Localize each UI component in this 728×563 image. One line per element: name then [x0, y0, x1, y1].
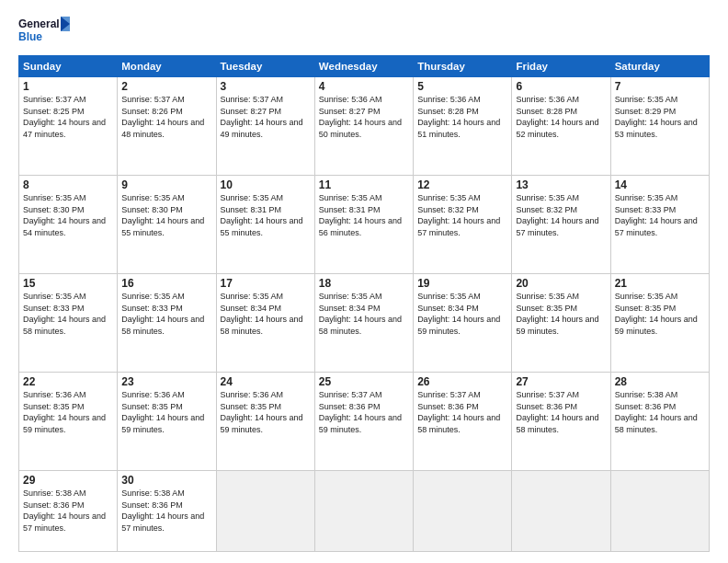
day-info: Sunrise: 5:35 AMSunset: 8:30 PMDaylight:… — [121, 192, 211, 238]
day-number: 1 — [23, 80, 113, 93]
day-cell — [216, 470, 314, 551]
day-info: Sunrise: 5:36 AMSunset: 8:35 PMDaylight:… — [121, 389, 211, 435]
day-cell: 8 Sunrise: 5:35 AMSunset: 8:30 PMDayligh… — [19, 175, 118, 273]
calendar-table: SundayMondayTuesdayWednesdayThursdayFrid… — [18, 55, 710, 552]
day-info: Sunrise: 5:36 AMSunset: 8:28 PMDaylight:… — [516, 94, 606, 140]
day-cell: 23 Sunrise: 5:36 AMSunset: 8:35 PMDaylig… — [118, 372, 216, 470]
day-info: Sunrise: 5:35 AMSunset: 8:33 PMDaylight:… — [121, 291, 211, 337]
day-cell: 14 Sunrise: 5:35 AMSunset: 8:33 PMDaylig… — [610, 175, 709, 273]
day-cell: 12 Sunrise: 5:35 AMSunset: 8:32 PMDaylig… — [414, 175, 512, 273]
day-cell: 2 Sunrise: 5:37 AMSunset: 8:26 PMDayligh… — [118, 77, 216, 176]
day-cell — [314, 470, 413, 551]
day-info: Sunrise: 5:35 AMSunset: 8:33 PMDaylight:… — [615, 192, 705, 238]
day-number: 9 — [121, 178, 211, 191]
day-number: 3 — [221, 80, 311, 93]
day-cell: 15 Sunrise: 5:35 AMSunset: 8:33 PMDaylig… — [19, 273, 118, 372]
header-row: SundayMondayTuesdayWednesdayThursdayFrid… — [19, 56, 710, 77]
day-info: Sunrise: 5:35 AMSunset: 8:33 PMDaylight:… — [23, 291, 113, 337]
day-number: 14 — [615, 178, 705, 191]
day-info: Sunrise: 5:36 AMSunset: 8:28 PMDaylight:… — [417, 94, 507, 140]
day-number: 6 — [516, 80, 606, 93]
header-cell-sunday: Sunday — [19, 56, 118, 77]
day-cell: 11 Sunrise: 5:35 AMSunset: 8:31 PMDaylig… — [314, 175, 413, 273]
header-cell-monday: Monday — [118, 56, 216, 77]
day-number: 18 — [319, 277, 409, 290]
day-number: 22 — [23, 375, 113, 388]
week-row-3: 15 Sunrise: 5:35 AMSunset: 8:33 PMDaylig… — [19, 273, 710, 372]
header-cell-friday: Friday — [512, 56, 610, 77]
day-info: Sunrise: 5:36 AMSunset: 8:35 PMDaylight:… — [23, 389, 113, 435]
svg-text:General: General — [18, 17, 60, 30]
day-cell: 20 Sunrise: 5:35 AMSunset: 8:35 PMDaylig… — [512, 273, 610, 372]
header: General Blue — [18, 15, 710, 48]
day-info: Sunrise: 5:37 AMSunset: 8:27 PMDaylight:… — [221, 94, 311, 140]
day-info: Sunrise: 5:36 AMSunset: 8:27 PMDaylight:… — [319, 94, 409, 140]
day-number: 7 — [615, 80, 705, 93]
day-info: Sunrise: 5:35 AMSunset: 8:30 PMDaylight:… — [23, 192, 113, 238]
day-cell: 29 Sunrise: 5:38 AMSunset: 8:36 PMDaylig… — [19, 470, 118, 551]
day-cell: 21 Sunrise: 5:35 AMSunset: 8:35 PMDaylig… — [610, 273, 709, 372]
day-cell: 27 Sunrise: 5:37 AMSunset: 8:36 PMDaylig… — [512, 372, 610, 470]
day-number: 13 — [516, 178, 606, 191]
day-cell: 13 Sunrise: 5:35 AMSunset: 8:32 PMDaylig… — [512, 175, 610, 273]
day-cell: 9 Sunrise: 5:35 AMSunset: 8:30 PMDayligh… — [118, 175, 216, 273]
day-info: Sunrise: 5:35 AMSunset: 8:31 PMDaylight:… — [319, 192, 409, 238]
day-info: Sunrise: 5:35 AMSunset: 8:29 PMDaylight:… — [615, 94, 705, 140]
day-info: Sunrise: 5:37 AMSunset: 8:25 PMDaylight:… — [23, 94, 113, 140]
header-cell-saturday: Saturday — [610, 56, 709, 77]
day-cell: 17 Sunrise: 5:35 AMSunset: 8:34 PMDaylig… — [216, 273, 314, 372]
week-row-5: 29 Sunrise: 5:38 AMSunset: 8:36 PMDaylig… — [19, 470, 710, 551]
day-cell — [610, 470, 709, 551]
week-row-4: 22 Sunrise: 5:36 AMSunset: 8:35 PMDaylig… — [19, 372, 710, 470]
day-info: Sunrise: 5:35 AMSunset: 8:32 PMDaylight:… — [516, 192, 606, 238]
week-row-2: 8 Sunrise: 5:35 AMSunset: 8:30 PMDayligh… — [19, 175, 710, 273]
day-info: Sunrise: 5:35 AMSunset: 8:35 PMDaylight:… — [516, 291, 606, 337]
day-number: 21 — [615, 277, 705, 290]
day-info: Sunrise: 5:38 AMSunset: 8:36 PMDaylight:… — [23, 488, 113, 534]
day-cell: 28 Sunrise: 5:38 AMSunset: 8:36 PMDaylig… — [610, 372, 709, 470]
day-info: Sunrise: 5:35 AMSunset: 8:31 PMDaylight:… — [221, 192, 311, 238]
day-number: 25 — [319, 375, 409, 388]
day-number: 10 — [221, 178, 311, 191]
day-cell: 25 Sunrise: 5:37 AMSunset: 8:36 PMDaylig… — [314, 372, 413, 470]
day-number: 23 — [121, 375, 211, 388]
day-number: 4 — [319, 80, 409, 93]
day-cell: 7 Sunrise: 5:35 AMSunset: 8:29 PMDayligh… — [610, 77, 709, 176]
day-cell: 6 Sunrise: 5:36 AMSunset: 8:28 PMDayligh… — [512, 77, 610, 176]
day-number: 2 — [121, 80, 211, 93]
day-info: Sunrise: 5:37 AMSunset: 8:36 PMDaylight:… — [319, 389, 409, 435]
day-cell — [512, 470, 610, 551]
day-number: 17 — [221, 277, 311, 290]
day-number: 16 — [121, 277, 211, 290]
day-cell: 3 Sunrise: 5:37 AMSunset: 8:27 PMDayligh… — [216, 77, 314, 176]
day-info: Sunrise: 5:35 AMSunset: 8:34 PMDaylight:… — [417, 291, 507, 337]
header-cell-wednesday: Wednesday — [314, 56, 413, 77]
day-cell — [414, 470, 512, 551]
day-number: 8 — [23, 178, 113, 191]
day-number: 28 — [615, 375, 705, 388]
day-cell: 30 Sunrise: 5:38 AMSunset: 8:36 PMDaylig… — [118, 470, 216, 551]
page: General Blue SundayMondayTuesdayWednesda… — [0, 0, 728, 563]
day-number: 19 — [417, 277, 507, 290]
day-cell: 26 Sunrise: 5:37 AMSunset: 8:36 PMDaylig… — [414, 372, 512, 470]
day-number: 11 — [319, 178, 409, 191]
day-number: 24 — [221, 375, 311, 388]
day-info: Sunrise: 5:38 AMSunset: 8:36 PMDaylight:… — [121, 488, 211, 534]
day-cell: 18 Sunrise: 5:35 AMSunset: 8:34 PMDaylig… — [314, 273, 413, 372]
day-info: Sunrise: 5:36 AMSunset: 8:35 PMDaylight:… — [221, 389, 311, 435]
day-info: Sunrise: 5:37 AMSunset: 8:26 PMDaylight:… — [121, 94, 211, 140]
day-cell: 22 Sunrise: 5:36 AMSunset: 8:35 PMDaylig… — [19, 372, 118, 470]
day-number: 15 — [23, 277, 113, 290]
day-cell: 4 Sunrise: 5:36 AMSunset: 8:27 PMDayligh… — [314, 77, 413, 176]
day-number: 27 — [516, 375, 606, 388]
week-row-1: 1 Sunrise: 5:37 AMSunset: 8:25 PMDayligh… — [19, 77, 710, 176]
logo-svg: General Blue — [18, 15, 74, 48]
svg-text:Blue: Blue — [18, 30, 42, 43]
day-info: Sunrise: 5:35 AMSunset: 8:32 PMDaylight:… — [417, 192, 507, 238]
day-number: 29 — [23, 474, 113, 487]
header-cell-thursday: Thursday — [414, 56, 512, 77]
day-info: Sunrise: 5:35 AMSunset: 8:34 PMDaylight:… — [319, 291, 409, 337]
day-info: Sunrise: 5:37 AMSunset: 8:36 PMDaylight:… — [417, 389, 507, 435]
day-cell: 16 Sunrise: 5:35 AMSunset: 8:33 PMDaylig… — [118, 273, 216, 372]
day-number: 26 — [417, 375, 507, 388]
